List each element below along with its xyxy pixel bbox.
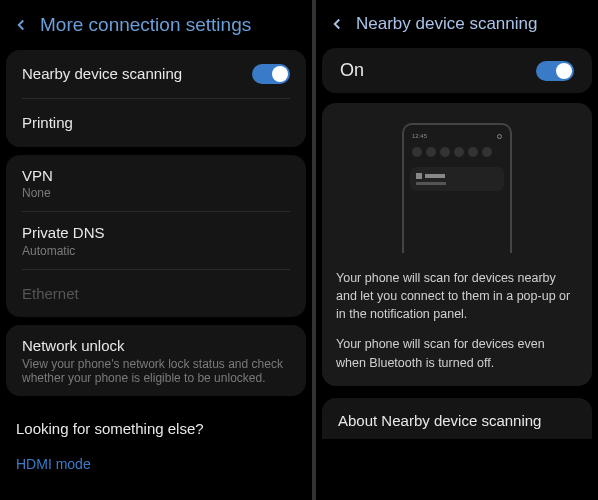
row-label: Network unlock (22, 336, 290, 356)
footer-label: Looking for something else? (16, 420, 204, 437)
row-sublabel: View your phone's network lock status an… (22, 357, 290, 385)
vpn-row[interactable]: VPN None (6, 155, 306, 212)
info-card: 12:45 Your phone will scan for devices n… (322, 103, 592, 386)
ethernet-row: Ethernet (6, 270, 306, 318)
footer: Looking for something else? (0, 400, 312, 444)
page-title: More connection settings (40, 14, 251, 36)
row-label: Printing (22, 113, 73, 133)
description-2: Your phone will scan for devices even wh… (336, 335, 578, 371)
on-toggle[interactable] (536, 61, 574, 81)
mock-time: 12:45 (412, 133, 427, 139)
phone-illustration: 12:45 (402, 123, 512, 253)
header: Nearby device scanning (316, 0, 598, 44)
status-label: On (340, 60, 364, 81)
nearby-toggle[interactable] (252, 64, 290, 84)
row-label: Private DNS (22, 223, 290, 243)
row-label: VPN (22, 166, 290, 186)
row-sublabel: None (22, 186, 290, 200)
about-row[interactable]: About Nearby device scanning (322, 398, 592, 439)
gear-icon (497, 134, 502, 139)
row-label: Nearby device scanning (22, 64, 182, 84)
nearby-device-scanning-row[interactable]: Nearby device scanning (6, 50, 306, 98)
page-title: Nearby device scanning (356, 14, 537, 34)
row-sublabel: Automatic (22, 244, 290, 258)
section-2: VPN None Private DNS Automatic Ethernet (6, 155, 306, 318)
more-connection-settings-panel: More connection settings Nearby device s… (0, 0, 312, 500)
row-label: Ethernet (22, 284, 79, 304)
nearby-device-scanning-panel: Nearby device scanning On 12:45 Your pho… (316, 0, 598, 500)
private-dns-row[interactable]: Private DNS Automatic (6, 212, 306, 269)
back-icon[interactable] (12, 16, 30, 34)
description-1: Your phone will scan for devices nearby … (336, 269, 578, 323)
section-1: Nearby device scanning Printing (6, 50, 306, 147)
status-row[interactable]: On (322, 48, 592, 93)
header: More connection settings (0, 0, 312, 46)
hdmi-mode-link[interactable]: HDMI mode (0, 444, 312, 480)
printing-row[interactable]: Printing (6, 99, 306, 147)
network-unlock-row[interactable]: Network unlock View your phone's network… (6, 325, 306, 396)
back-icon[interactable] (328, 15, 346, 33)
section-3: Network unlock View your phone's network… (6, 325, 306, 396)
